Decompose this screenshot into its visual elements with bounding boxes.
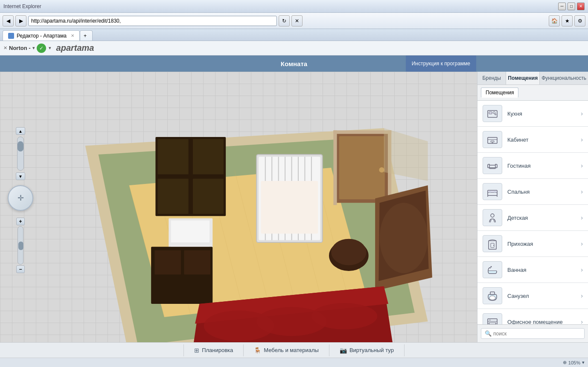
tab-rooms[interactable]: Помещения — [506, 72, 540, 84]
zoom-plus-button[interactable]: + — [16, 218, 25, 225]
svg-point-71 — [491, 214, 494, 217]
address-bar[interactable] — [28, 16, 277, 26]
tab-label: Редактор - Апартама — [17, 33, 67, 39]
norton-check-arrow-icon[interactable]: ▾ — [49, 45, 51, 51]
settings-button[interactable]: ⚙ — [574, 15, 585, 26]
svg-rect-21 — [184, 250, 210, 275]
maximize-button[interactable]: □ — [568, 3, 575, 10]
kids-arrow-icon: › — [581, 214, 583, 221]
vertical-scroll-thumb[interactable] — [17, 141, 23, 151]
kids-icon — [483, 209, 502, 226]
room-item-bedroom[interactable]: Спальня › — [477, 179, 588, 205]
svg-rect-13 — [193, 139, 224, 174]
svg-point-58 — [495, 114, 496, 115]
kitchen-arrow-icon: › — [581, 110, 583, 117]
room-3d-view[interactable] — [26, 93, 452, 342]
virtual-tour-button[interactable]: 📷 Виртуальный тур — [329, 344, 405, 356]
instruction-button[interactable]: Инструкция к программе — [406, 55, 476, 72]
office-icon — [483, 131, 502, 148]
app-header: Комната Инструкция к программе — [0, 55, 588, 72]
close-tab-button[interactable]: ✕ — [291, 15, 303, 26]
back-button[interactable]: ◀ — [3, 15, 14, 26]
pan-control[interactable]: ✛ — [8, 185, 33, 211]
apartama-logo: apartama — [56, 43, 94, 53]
svg-rect-36 — [333, 131, 337, 205]
svg-rect-68 — [494, 191, 496, 192]
room-item-kids[interactable]: Детская › — [477, 205, 588, 231]
toilet-arrow-icon: › — [581, 292, 583, 299]
browser-toolbar: ◀ ▶ ↻ ✕ 🏠 ★ ⚙ — [0, 13, 588, 29]
tab-functions[interactable]: Функциональность — [540, 72, 588, 84]
home-button[interactable]: 🏠 — [549, 15, 560, 26]
zoom-icon: ⊕ — [563, 360, 567, 365]
planning-button[interactable]: ⊞ Планировка — [183, 344, 244, 356]
pan-icon: ✛ — [17, 193, 24, 203]
svg-rect-34 — [339, 136, 385, 199]
minimize-button[interactable]: ─ — [558, 3, 566, 10]
svg-rect-32 — [261, 181, 318, 234]
zoom-indicator: ⊕ 105% ▾ — [563, 360, 585, 365]
tab-favicon — [8, 33, 14, 39]
sidebar-subtabs: Помещения — [477, 85, 588, 101]
tab-editor[interactable]: Редактор - Апартама ✕ — [3, 30, 80, 41]
zoom-thumb[interactable] — [18, 242, 23, 250]
close-button[interactable]: ✕ — [577, 3, 585, 10]
svg-rect-20 — [154, 250, 181, 275]
canvas-area[interactable]: ▲ ▼ ✛ + − — [0, 72, 477, 342]
hallway-arrow-icon: › — [581, 240, 583, 247]
svg-rect-15 — [193, 179, 224, 214]
planning-icon: ⊞ — [194, 347, 199, 354]
tab-close-icon[interactable]: ✕ — [71, 33, 74, 38]
favorites-button[interactable]: ★ — [562, 15, 573, 26]
svg-point-80 — [489, 296, 495, 300]
search-input[interactable] — [493, 331, 581, 337]
furniture-label: Мебель и материалы — [264, 347, 319, 353]
norton-dropdown-icon[interactable]: ▾ — [32, 45, 35, 51]
office-arrow-icon: › — [581, 136, 583, 143]
bathroom-arrow-icon: › — [581, 266, 583, 273]
tab-new[interactable]: + — [80, 30, 93, 41]
office2-arrow-icon: › — [581, 318, 583, 324]
furniture-icon: 🪑 — [254, 347, 261, 354]
titlebar-controls: ─ □ ✕ — [558, 3, 585, 10]
right-sidebar: Бренды Помещения Функциональность Помеще… — [477, 72, 588, 342]
room-item-bathroom[interactable]: Ванная › — [477, 257, 588, 283]
room-item-toilet[interactable]: Санузел › — [477, 283, 588, 309]
zoom-dropdown-icon[interactable]: ▾ — [582, 360, 585, 365]
refresh-button[interactable]: ↻ — [279, 15, 290, 26]
zoom-minus-button[interactable]: − — [16, 265, 25, 273]
svg-marker-54 — [384, 128, 428, 181]
zoom-level: 105% — [568, 360, 580, 365]
svg-rect-67 — [489, 191, 491, 192]
svg-point-43 — [331, 239, 366, 265]
tab-brands[interactable]: Бренды — [477, 72, 506, 84]
vertical-scroll-track — [17, 137, 24, 171]
living-arrow-icon: › — [581, 162, 583, 169]
norton-close-icon[interactable]: ✕ — [3, 45, 7, 51]
svg-rect-61 — [491, 141, 494, 142]
subtab-rooms[interactable]: Помещения — [481, 87, 518, 98]
norton-bar: ✕ Norton - ▾ ✓ ▾ apartama — [0, 41, 588, 55]
kids-label: Детская — [507, 215, 576, 221]
toilet-label: Санузел — [507, 293, 576, 299]
virtual-tour-icon: 📷 — [340, 347, 347, 354]
room-item-hallway[interactable]: Прихожая › — [477, 231, 588, 257]
scroll-up-button[interactable]: ▲ — [16, 127, 25, 135]
bedroom-label: Спальня — [507, 189, 576, 195]
norton-check-icon: ✓ — [37, 44, 46, 53]
furniture-button[interactable]: 🪑 Мебель и материалы — [244, 344, 329, 356]
forward-button[interactable]: ▶ — [15, 15, 26, 26]
room-item-office[interactable]: Кабинет › — [477, 127, 588, 153]
zoom-section: + − — [16, 218, 25, 273]
svg-point-35 — [379, 167, 384, 172]
svg-point-41 — [379, 203, 428, 273]
room-item-kitchen[interactable]: Кухня › — [477, 101, 588, 127]
status-bar: ⊕ 105% ▾ — [0, 358, 588, 367]
svg-rect-17 — [171, 221, 210, 242]
room-item-living[interactable]: Гостиная › — [477, 153, 588, 179]
scroll-down-button[interactable]: ▼ — [16, 172, 25, 180]
room-item-office2[interactable]: Офисное помещение › — [477, 309, 588, 324]
toilet-icon — [483, 287, 502, 304]
svg-rect-63 — [489, 165, 495, 169]
svg-line-73 — [494, 220, 495, 222]
